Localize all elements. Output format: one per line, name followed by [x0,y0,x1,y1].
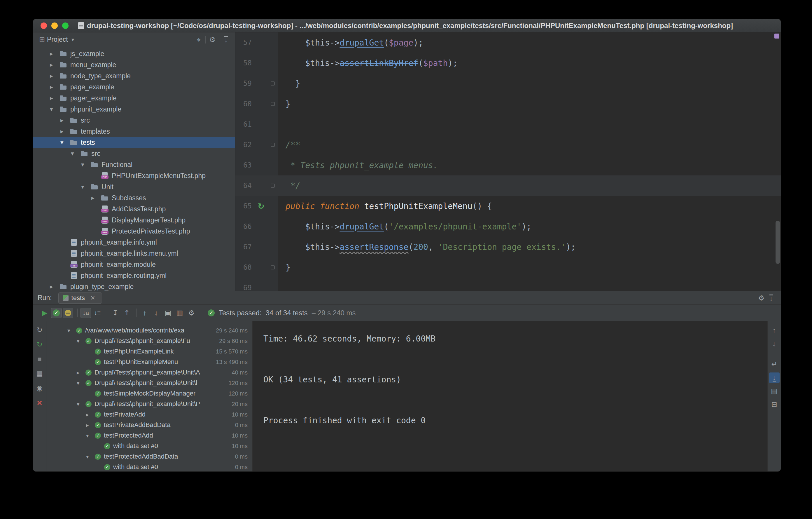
chevron-down-icon[interactable] [77,380,85,386]
project-item-plugin-type-example[interactable]: plugin_type_example [33,281,235,291]
close-tab-icon[interactable] [88,293,98,303]
test-row[interactable]: testPrivateAddBadData0 ms [47,420,252,430]
chevron-right-icon[interactable] [50,83,59,90]
chevron-down-icon[interactable] [71,150,80,157]
chevron-down-icon[interactable] [68,35,78,45]
chevron-right-icon[interactable] [60,128,70,135]
clear-console-button[interactable] [769,399,780,410]
previous-occurrence-button[interactable] [769,325,780,336]
project-item-subclasses[interactable]: Subclasses [33,192,235,203]
project-item-tests-src[interactable]: src [33,148,235,159]
project-item-info-yml[interactable]: phpunit_example.info.yml [33,237,235,248]
chevron-right-icon[interactable] [86,422,95,429]
code-line[interactable]: 58 $this->assertLinkByHref($path); [235,53,781,73]
test-row[interactable]: testPhpUnitExampleLink15 s 570 ms [47,346,252,357]
export-test-results-button[interactable] [174,308,185,318]
chevron-right-icon[interactable] [50,50,59,57]
fold-marker-icon[interactable] [271,81,275,85]
chevron-down-icon[interactable] [77,401,85,408]
test-row[interactable]: with data set #010 ms [47,441,252,451]
stop-button[interactable] [34,354,45,364]
code-line-current[interactable]: 64 */ [235,175,781,196]
chevron-right-icon[interactable] [77,369,85,376]
chevron-right-icon[interactable] [50,94,59,102]
expand-all-button[interactable] [110,308,120,318]
code-line[interactable]: 62/** [235,135,781,155]
test-suite-row[interactable]: Drupal\Tests\phpunit_example\Unit\P20 ms [47,399,252,409]
project-view-selector[interactable]: Project [47,36,68,44]
collapse-all-button[interactable] [122,308,132,318]
project-item-phpunit-example[interactable]: phpunit_example [33,104,235,115]
minimize-window-button[interactable] [51,23,58,29]
run-settings-button[interactable] [756,293,766,303]
project-item-tests[interactable]: tests [33,137,235,148]
chevron-down-icon[interactable] [77,338,85,345]
locate-file-button[interactable] [194,35,204,45]
next-failed-test-button[interactable] [151,308,162,318]
test-suite-row[interactable]: Drupal\Tests\phpunit_example\Unit\l120 m… [47,378,252,388]
chevron-down-icon[interactable] [81,161,90,168]
code-line[interactable]: 60} [235,94,781,114]
test-row[interactable]: testProtectedAdd10 ms [47,430,252,441]
rerun-tests-button[interactable] [39,308,50,318]
test-settings-button[interactable] [186,308,197,318]
code-line[interactable]: 65public function testPhpUnitExampleMenu… [235,196,781,216]
sort-by-duration-toggle[interactable] [92,308,103,318]
chevron-right-icon[interactable] [86,411,95,418]
test-row[interactable]: testProtectedAddBadData0 ms [47,451,252,462]
fold-marker-icon[interactable] [271,143,275,147]
test-console-output[interactable]: Time: 46.62 seconds, Memory: 6.00MB OK (… [253,321,767,471]
test-suite-row[interactable]: Drupal\Tests\phpunit_example\Fu29 s 60 m… [47,336,252,346]
fold-marker-icon[interactable] [271,184,275,188]
run-test-gutter-icon[interactable] [258,201,264,211]
test-row[interactable]: with data set #00 ms [47,462,252,471]
chevron-down-icon[interactable] [50,106,59,113]
chevron-down-icon[interactable] [86,432,95,439]
chevron-down-icon[interactable] [81,183,90,190]
project-item-functional[interactable]: Functional [33,159,235,170]
project-item-addclasstest[interactable]: AddClassTest.php [33,203,235,215]
project-item-src[interactable]: src [33,115,235,126]
chevron-right-icon[interactable] [50,61,59,68]
project-item-routing-yml[interactable]: phpunit_example.routing.yml [33,270,235,281]
project-item-node-type-example[interactable]: node_type_example [33,70,235,81]
rerun-button[interactable] [34,325,45,335]
code-line[interactable]: 68} [235,257,781,278]
test-row[interactable]: testPrivateAdd10 ms [47,409,252,420]
previous-failed-test-button[interactable] [139,308,150,318]
code-line[interactable]: 66 $this->drupalGet('/examples/phpunit-e… [235,216,781,237]
chevron-right-icon[interactable] [50,283,59,290]
project-item-protectedprivatestest[interactable]: ProtectedPrivatesTest.php [33,226,235,237]
project-item-links-menu-yml[interactable]: phpunit_example.links.menu.yml [33,248,235,259]
print-button[interactable] [769,386,780,397]
zoom-window-button[interactable] [62,23,68,29]
code-line[interactable]: 63 * Tests phpunit_example menus. [235,155,781,175]
fold-marker-icon[interactable] [271,265,275,269]
editor-scrollbar-thumb[interactable] [776,221,780,264]
close-run-panel-button[interactable] [34,398,45,408]
test-suite-row[interactable]: Drupal\Tests\phpunit_example\Unit\A40 ms [47,367,252,378]
chevron-right-icon[interactable] [91,194,100,201]
project-item-menu-example[interactable]: menu_example [33,59,235,70]
hide-run-panel-button[interactable] [766,293,776,303]
show-passed-toggle[interactable] [51,308,62,318]
chevron-right-icon[interactable] [60,117,70,124]
code-line[interactable]: 67 $this->assertResponse(200, 'Descripti… [235,237,781,257]
project-item-js-example[interactable]: js_example [33,48,235,59]
project-item-displaymanagertest[interactable]: DisplayManagerTest.php [33,215,235,226]
restore-layout-button[interactable] [34,368,45,379]
project-item-templates[interactable]: templates [33,126,235,137]
chevron-down-icon[interactable] [67,327,76,334]
chevron-down-icon[interactable] [86,453,95,460]
inspection-indicator[interactable] [774,33,779,38]
code-line[interactable]: 57 $this->drupalGet($page); [235,32,781,53]
soft-wrap-toggle[interactable] [769,359,780,370]
rerun-failed-tests-button[interactable] [34,339,45,350]
next-occurrence-button[interactable] [769,338,780,349]
test-row[interactable]: testSimpleMockDisplayManager120 ms [47,388,252,399]
code-line[interactable]: 59 } [235,73,781,94]
project-item-module[interactable]: phpunit_example.module [33,259,235,270]
test-row[interactable]: testPhpUnitExampleMenu13 s 490 ms [47,357,252,367]
fold-marker-icon[interactable] [271,102,275,106]
pin-tab-button[interactable] [34,383,45,393]
